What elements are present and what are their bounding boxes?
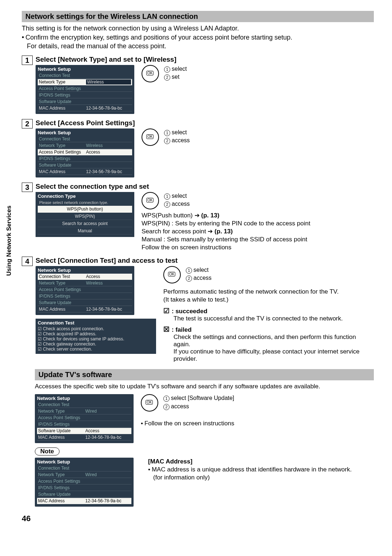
- menu-item: IP/DNS Settings: [39, 294, 86, 299]
- menu-step2: Network Setup Connection Test Network Ty…: [36, 128, 134, 177]
- menu-title: Connection Type: [38, 193, 132, 199]
- step-1-title: Select [Network Type] and set to [Wirele…: [36, 56, 374, 64]
- menu-title: Network Setup: [38, 66, 132, 72]
- step-3-title: Select the connection type and set: [36, 183, 374, 191]
- remote-dpad-icon: [163, 266, 181, 283]
- mac-desc-2: (for information only): [153, 474, 352, 482]
- menu-item: Manual: [38, 228, 132, 234]
- intro-line-3: For details, read the manual of the acce…: [27, 42, 374, 50]
- menu-item: IP/DNS Settings: [39, 93, 86, 98]
- menu-item: Network Type: [39, 281, 86, 286]
- menu-step1: Network Setup Connection Test Network Ty…: [36, 65, 134, 114]
- menu-item: IP/DNS Settings: [39, 156, 86, 161]
- check-icon: ☑: [163, 307, 170, 315]
- menu-value: Wired: [85, 409, 130, 414]
- cross-icon: ☒: [163, 326, 170, 333]
- menu-item: Connection Test: [38, 402, 85, 407]
- menu-item: WPS(Push button): [38, 206, 132, 213]
- remote-select: select: [186, 266, 212, 274]
- step-1: 1 Select [Network Type] and set to [Wire…: [22, 56, 374, 114]
- menu-item: Connection Test: [39, 136, 86, 142]
- remote-dpad-icon: [142, 128, 159, 146]
- menu-item: Network Type: [39, 143, 86, 148]
- menu-item: Software Update: [39, 163, 86, 168]
- menu-item: Software Update: [38, 492, 85, 497]
- test-item: Check server connection.: [38, 347, 154, 352]
- step-3-desc: WPS(Push button)(p. 13) WPS(PIN) : Sets …: [142, 212, 310, 252]
- menu-item: Access Point Settings: [39, 150, 86, 155]
- menu-value: 12-34-56-78-9a-bc: [85, 435, 130, 440]
- remote-select: select: [164, 128, 190, 136]
- mac-desc-1: MAC address is a unique address that ide…: [148, 466, 352, 474]
- menu-value: 12-34-56-78-9a-bc: [86, 307, 131, 312]
- update-follow: Follow the on screen instructions: [141, 420, 234, 428]
- menu-item: Software Update: [38, 428, 85, 433]
- mac-title: [MAC Address]: [148, 458, 192, 465]
- remote-labels: select access: [164, 128, 190, 145]
- intro-line-1: This setting is for the network connecti…: [22, 24, 374, 33]
- menu-value: Wireless: [86, 281, 131, 286]
- remote-labels: select set: [164, 65, 187, 81]
- step-2-title: Select [Access Point Settings]: [36, 119, 374, 127]
- test-item: Check access point connection.: [38, 326, 154, 331]
- menu-item: MAC Address: [39, 307, 86, 312]
- menu-item: Search for access point: [38, 220, 132, 227]
- remote-dpad-icon: [142, 65, 159, 82]
- menu-item: Access Point Settings: [38, 479, 85, 484]
- menu-value: 12-34-56-78-9a-bc: [85, 498, 130, 503]
- menu-value: 12-34-56-78-9a-bc: [86, 169, 131, 174]
- menu-value: Access: [86, 150, 131, 155]
- remote-access: access: [163, 402, 234, 410]
- menu-item: Access Point Settings: [39, 287, 86, 292]
- menu-item: MAC Address: [39, 106, 86, 111]
- menu-title: Network Setup: [38, 267, 132, 273]
- menu-item: Connection Test: [39, 73, 86, 78]
- menu-title: Network Setup: [38, 130, 132, 135]
- menu-item: Network Type: [39, 79, 86, 85]
- test-title: Connection Test: [38, 320, 154, 326]
- step-4: 4 Select [Connection Test] and access to…: [22, 257, 374, 363]
- menu-note: Network Setup Connection Test Network Ty…: [35, 458, 134, 507]
- section-header-wireless: Network settings for the Wireless LAN co…: [22, 11, 374, 22]
- menu-item: MAC Address: [38, 498, 85, 503]
- menu-title: Network Setup: [37, 459, 131, 465]
- result-failed: ☒: failed Check the settings and connect…: [163, 325, 374, 363]
- remote-access: access: [164, 136, 190, 144]
- note-label: Note: [35, 447, 60, 455]
- menu-value: Wireless: [86, 79, 131, 85]
- menu-item: Software Update: [39, 99, 86, 104]
- intro-line-2: Confirm the encryption key, settings and…: [22, 33, 374, 42]
- step-2: 2 Select [Access Point Settings] Network…: [22, 119, 374, 177]
- menu-item: WPS(PIN): [38, 213, 132, 220]
- remote-dpad-icon: [141, 394, 158, 412]
- connection-test-box: Connection Test Check access point conne…: [36, 319, 156, 354]
- remote-dpad-icon: [142, 192, 159, 209]
- step-4-number: 4: [22, 257, 33, 266]
- menu-value: Access: [86, 274, 131, 279]
- menu-item: Connection Test: [39, 274, 86, 279]
- remote-select: select: [164, 192, 190, 200]
- menu-item: Access Point Settings: [39, 86, 86, 91]
- menu-item: Software Update: [39, 300, 86, 305]
- menu-item: MAC Address: [38, 435, 85, 440]
- remote-set: set: [164, 73, 187, 81]
- remote-access: access: [164, 200, 190, 208]
- update-intro: Accesses the specific web site to update…: [35, 383, 374, 391]
- remote-access: access: [186, 274, 212, 282]
- page-number: 46: [22, 514, 374, 523]
- menu-value: Wired: [85, 472, 130, 477]
- step-1-number: 1: [22, 56, 33, 65]
- menu-item: IP/DNS Settings: [38, 485, 85, 490]
- result-succeeded: ☑: succeeded The test is successful and …: [163, 307, 374, 322]
- menu-title: Network Setup: [37, 396, 131, 401]
- test-item: Check gateway connection.: [38, 342, 154, 347]
- menu-conn-type: Connection Type Please select network co…: [36, 192, 134, 237]
- menu-value: 12-34-56-78-9a-bc: [86, 106, 131, 111]
- menu-hint: Please select network connection type.: [38, 200, 132, 205]
- step-2-number: 2: [22, 119, 33, 128]
- menu-item: MAC Address: [39, 169, 86, 174]
- test-item: Check for devices using same IP address.: [38, 336, 154, 342]
- menu-value: Wireless: [86, 143, 131, 148]
- menu-item: Network Type: [38, 409, 85, 414]
- step-3-number: 3: [22, 183, 33, 192]
